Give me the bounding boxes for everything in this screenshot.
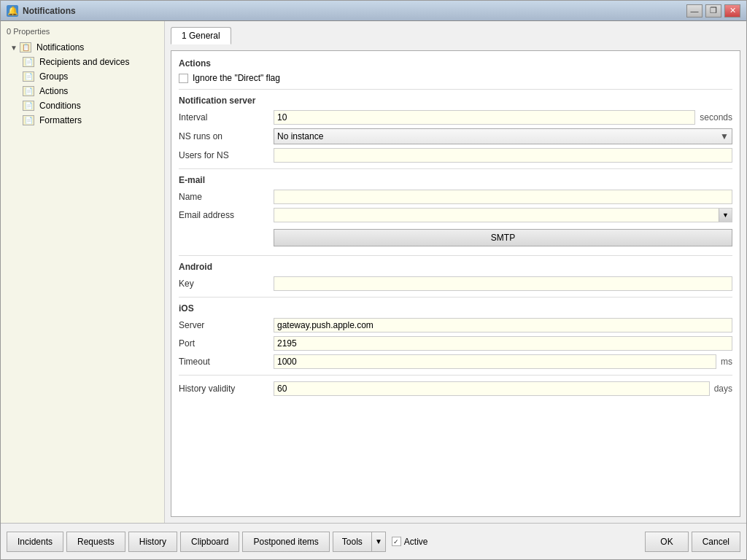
bottom-bar: Incidents Requests History Clipboard Pos… bbox=[1, 523, 746, 559]
left-panel: 0 Properties ▼ 📋 Notifications 📄 Recipie… bbox=[1, 21, 165, 523]
history-validity-row: History validity days bbox=[179, 381, 732, 396]
notifications-label: Notifications bbox=[34, 42, 86, 53]
tab-bar: 1 General bbox=[171, 27, 740, 44]
history-validity-input[interactable] bbox=[274, 381, 710, 396]
tree-item-actions[interactable]: 📄 Actions bbox=[21, 84, 158, 98]
main-window: 🔔 Notifications — ❐ ✕ 0 Properties ▼ 📋 N… bbox=[0, 0, 747, 560]
key-label: Key bbox=[179, 279, 274, 289]
divider-4 bbox=[179, 297, 732, 298]
server-row: Server bbox=[179, 318, 732, 332]
email-address-row: Email address ▼ bbox=[179, 208, 732, 222]
divider-3 bbox=[179, 255, 732, 256]
ns-runs-on-value: No instance bbox=[277, 131, 323, 141]
name-input[interactable] bbox=[274, 190, 732, 204]
tree-expander[interactable]: ▼ bbox=[8, 42, 20, 53]
divider-1 bbox=[179, 89, 732, 90]
ns-runs-on-row: NS runs on No instance ▼ bbox=[179, 128, 732, 144]
incidents-button[interactable]: Incidents bbox=[7, 532, 63, 552]
history-validity-unit: days bbox=[714, 384, 732, 394]
port-label: Port bbox=[179, 338, 274, 349]
close-button[interactable]: ✕ bbox=[724, 4, 740, 18]
form-area: Actions Ignore the "Direct" flag Notific… bbox=[171, 50, 740, 517]
smtp-row: SMTP bbox=[179, 226, 732, 249]
tree-children: 📄 Recipients and devices 📄 Groups 📄 Acti… bbox=[21, 55, 158, 128]
minimize-button[interactable]: — bbox=[686, 4, 703, 18]
notifications-icon: 📋 bbox=[20, 42, 31, 52]
window-title: Notifications bbox=[23, 6, 686, 16]
history-button[interactable]: History bbox=[128, 532, 177, 552]
divider-2 bbox=[179, 168, 732, 169]
email-address-label: Email address bbox=[179, 210, 274, 220]
history-validity-label: History validity bbox=[179, 384, 274, 394]
key-row: Key bbox=[179, 276, 732, 291]
timeout-label: Timeout bbox=[179, 357, 274, 367]
interval-row: Interval seconds bbox=[179, 110, 732, 125]
actions-icon: 📄 bbox=[23, 86, 34, 96]
app-icon: 🔔 bbox=[7, 5, 18, 17]
cancel-button[interactable]: Cancel bbox=[692, 532, 740, 552]
requests-button[interactable]: Requests bbox=[66, 532, 125, 552]
tree-root-item[interactable]: ▼ 📋 Notifications bbox=[7, 40, 158, 55]
email-address-input-wrapper: ▼ bbox=[274, 208, 732, 222]
name-label: Name bbox=[179, 192, 274, 202]
name-row: Name bbox=[179, 190, 732, 204]
recipients-label: Recipients and devices bbox=[37, 56, 131, 68]
ns-runs-on-arrow: ▼ bbox=[720, 131, 729, 141]
right-panel: 1 General Actions Ignore the "Direct" fl… bbox=[165, 21, 746, 523]
tools-button[interactable]: Tools bbox=[333, 532, 371, 552]
divider-5 bbox=[179, 375, 732, 376]
ok-button[interactable]: OK bbox=[645, 532, 688, 552]
port-input[interactable] bbox=[274, 336, 732, 351]
tools-wrapper: Tools ▼ bbox=[333, 532, 386, 552]
title-bar: 🔔 Notifications — ❐ ✕ bbox=[1, 1, 746, 21]
notification-server-title: Notification server bbox=[179, 96, 732, 106]
active-label: Active bbox=[404, 537, 428, 547]
actions-section-title: Actions bbox=[179, 58, 732, 69]
main-content: 0 Properties ▼ 📋 Notifications 📄 Recipie… bbox=[1, 21, 746, 523]
timeout-unit: ms bbox=[721, 357, 732, 367]
android-section-title: Android bbox=[179, 262, 732, 272]
users-for-ns-row: Users for NS bbox=[179, 148, 732, 163]
formatters-icon: 📄 bbox=[23, 115, 34, 125]
port-row: Port bbox=[179, 336, 732, 351]
tools-arrow-button[interactable]: ▼ bbox=[371, 532, 386, 552]
ignore-direct-label: Ignore the "Direct" flag bbox=[193, 73, 280, 83]
email-address-input[interactable] bbox=[274, 209, 719, 221]
email-section-title: E-mail bbox=[179, 175, 732, 185]
conditions-label: Conditions bbox=[37, 100, 83, 112]
timeout-row: Timeout ms bbox=[179, 354, 732, 369]
email-dropdown-button[interactable]: ▼ bbox=[719, 209, 732, 222]
actions-label: Actions bbox=[37, 85, 70, 97]
interval-input[interactable] bbox=[274, 110, 695, 125]
interval-unit: seconds bbox=[700, 112, 732, 122]
formatters-label: Formatters bbox=[37, 114, 84, 126]
postponed-items-button[interactable]: Postponed items bbox=[242, 532, 329, 552]
tab-general[interactable]: 1 General bbox=[171, 27, 231, 44]
window-controls: — ❐ ✕ bbox=[686, 4, 740, 18]
groups-label: Groups bbox=[37, 71, 70, 82]
ignore-direct-checkbox[interactable] bbox=[179, 74, 188, 83]
server-label: Server bbox=[179, 320, 274, 330]
tree-item-conditions[interactable]: 📄 Conditions bbox=[21, 98, 158, 113]
ignore-direct-row: Ignore the "Direct" flag bbox=[179, 73, 732, 83]
restore-button[interactable]: ❐ bbox=[705, 4, 721, 18]
properties-label: 0 Properties bbox=[7, 27, 158, 36]
conditions-icon: 📄 bbox=[23, 101, 34, 111]
clipboard-button[interactable]: Clipboard bbox=[180, 532, 239, 552]
active-checkbox[interactable]: ✓ bbox=[392, 537, 401, 546]
tree-item-groups[interactable]: 📄 Groups bbox=[21, 69, 158, 84]
tree-item-formatters[interactable]: 📄 Formatters bbox=[21, 113, 158, 128]
active-wrapper: ✓ Active bbox=[392, 537, 428, 547]
ios-section-title: iOS bbox=[179, 303, 732, 314]
key-input[interactable] bbox=[274, 276, 732, 291]
users-for-ns-input[interactable] bbox=[274, 148, 732, 163]
server-input[interactable] bbox=[274, 318, 732, 332]
smtp-button[interactable]: SMTP bbox=[274, 229, 732, 246]
groups-icon: 📄 bbox=[23, 71, 34, 82]
timeout-input[interactable] bbox=[274, 354, 716, 369]
ns-runs-on-select[interactable]: No instance ▼ bbox=[274, 128, 732, 144]
ns-runs-on-label: NS runs on bbox=[179, 131, 274, 141]
recipients-icon: 📄 bbox=[23, 57, 34, 67]
tree-item-recipients[interactable]: 📄 Recipients and devices bbox=[21, 55, 158, 69]
users-for-ns-label: Users for NS bbox=[179, 150, 274, 160]
